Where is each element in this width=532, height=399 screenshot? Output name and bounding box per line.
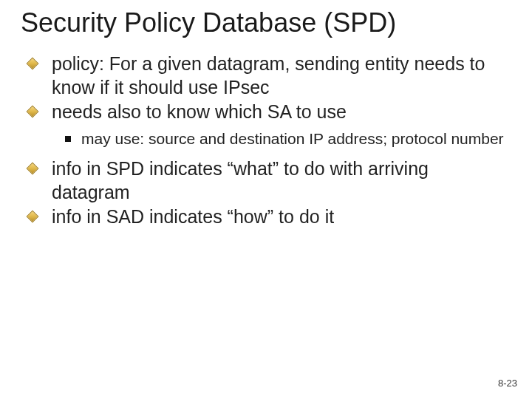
bullet-text: info in SAD indicates “how” to do it [52, 206, 334, 227]
square-bullet-icon [65, 136, 71, 142]
bullet-text: policy: For a given datagram, sending en… [52, 53, 485, 97]
bullet-list: policy: For a given datagram, sending en… [28, 52, 511, 123]
bullet-item-4: info in SAD indicates “how” to do it [28, 205, 511, 228]
bullet-text: info in SPD indicates “what” to do with … [52, 158, 429, 202]
sub-bullet-text: may use: source and destination IP addre… [81, 130, 504, 147]
diamond-bullet-icon [27, 210, 39, 222]
slide-number: 8-23 [498, 378, 517, 389]
bullet-list-2: info in SPD indicates “what” to do with … [28, 157, 511, 228]
slide: Security Policy Database (SPD) policy: F… [0, 0, 532, 399]
bullet-item-2: needs also to know which SA to use [28, 100, 511, 123]
diamond-bullet-icon [27, 58, 39, 70]
bullet-text: needs also to know which SA to use [52, 101, 347, 122]
diamond-bullet-icon [27, 163, 39, 175]
sub-bullet-list: may use: source and destination IP addre… [65, 129, 511, 149]
sub-bullet-item-1: may use: source and destination IP addre… [65, 129, 511, 149]
bullet-item-3: info in SPD indicates “what” to do with … [28, 157, 511, 204]
slide-title: Security Policy Database (SPD) [21, 7, 511, 38]
diamond-bullet-icon [27, 105, 39, 117]
bullet-item-1: policy: For a given datagram, sending en… [28, 52, 511, 99]
